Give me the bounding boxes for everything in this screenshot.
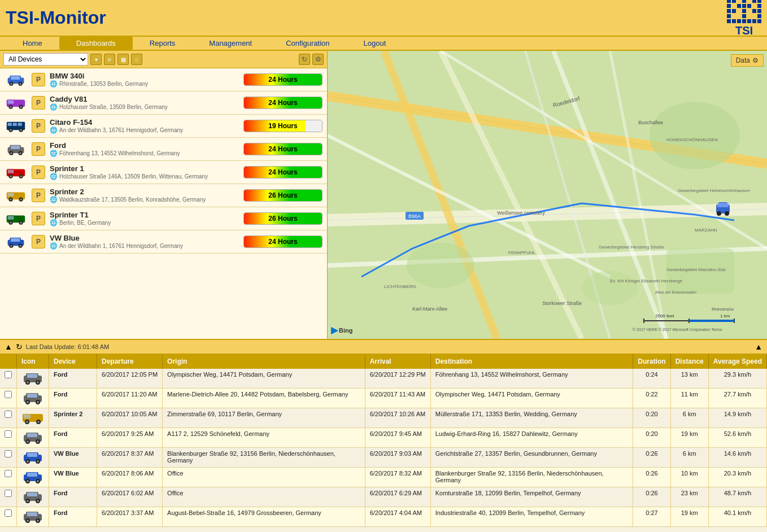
table-row[interactable]: Sprinter 2 6/20/2017 10:05 AM Zimmerstra… <box>0 408 767 428</box>
parking-button[interactable]: P <box>32 189 45 202</box>
row-checkbox[interactable] <box>5 470 12 477</box>
hours-bar[interactable]: 26 Hours <box>243 212 323 225</box>
svg-text:HOHENSCHÖNHAUSEN: HOHENSCHÖNHAUSEN <box>666 137 718 142</box>
hours-bar[interactable]: 24 Hours <box>243 97 323 109</box>
scroll-top-btn[interactable]: ▲ <box>755 342 762 351</box>
parking-button[interactable]: P <box>32 119 45 133</box>
vehicle-name: Caddy V81 <box>50 95 239 103</box>
hours-label: 26 Hours <box>268 191 297 199</box>
row-departure: 6/20/2017 8:06 AM <box>97 468 163 487</box>
vehicle-row[interactable]: P BMW 340i 🌐 Rhinstraße, 13053 Berlin, G… <box>0 68 327 91</box>
scroll-down-btn[interactable]: ▲ <box>5 342 12 351</box>
map-svg[interactable]: Roedeldorf Buschallee HOHENSCHÖNHAUSEN G… <box>328 51 767 339</box>
table-row[interactable]: Ford 6/20/2017 11:20 AM Marlene-Dietrich… <box>0 389 767 408</box>
row-icon <box>17 448 49 468</box>
globe-icon: 🌐 <box>50 242 58 250</box>
table-row[interactable]: VW Blue 6/20/2017 8:37 AM Blankenburger … <box>0 448 767 468</box>
row-checkbox[interactable] <box>5 411 12 418</box>
svg-rect-79 <box>717 203 729 207</box>
parking-button[interactable]: P <box>32 142 45 156</box>
row-checkbox[interactable] <box>5 509 12 517</box>
table-row[interactable]: Ford 6/20/2017 3:37 AM August-Bebel-Stra… <box>0 507 767 527</box>
row-checkbox[interactable] <box>5 490 12 497</box>
map-gear-icon[interactable]: ⚙ <box>752 56 759 64</box>
parking-button[interactable]: P <box>32 165 45 179</box>
row-avg-speed: 27.7 km/h <box>708 389 766 408</box>
svg-rect-24 <box>11 146 20 149</box>
row-checkbox-cell[interactable] <box>0 507 17 527</box>
hours-bar[interactable]: 24 Hours <box>243 73 323 86</box>
refresh-button[interactable]: ↻ <box>299 54 310 65</box>
vehicle-address: 🌐 An der Wildbahn 1, 16761 Hennigsdorf, … <box>50 242 239 250</box>
refresh-bottom-btn[interactable]: ↻ <box>16 342 23 351</box>
nav-management[interactable]: Management <box>192 37 269 50</box>
nav-home[interactable]: Home <box>6 37 59 50</box>
hours-bar[interactable]: 24 Hours <box>243 166 323 178</box>
hours-bar[interactable]: 24 Hours <box>243 143 323 155</box>
dropdown-btn[interactable]: ▾ <box>90 54 102 65</box>
row-icon <box>17 507 49 527</box>
vehicle-row[interactable]: P Caddy V81 🌐 Holzhauser Straße, 13509 B… <box>0 91 327 115</box>
vehicle-address: 🌐 Holzhauser Straße, 13509 Berlin, Germa… <box>50 103 239 111</box>
nav-configuration[interactable]: Configuration <box>269 37 346 50</box>
settings-button[interactable]: ⚙ <box>312 54 324 65</box>
parking-button[interactable]: P <box>32 212 45 225</box>
row-distance: 10 km <box>670 468 708 487</box>
nav-logout[interactable]: Logout <box>347 37 403 50</box>
device-select[interactable]: All Devices <box>3 53 88 66</box>
hours-label: 24 Hours <box>268 76 297 84</box>
nav-dashboards[interactable]: Dashboards <box>59 37 133 50</box>
vehicle-row[interactable]: P Sprinter 2 🌐 Waldkauzstraße 17, 13505 … <box>0 184 327 207</box>
nav-reports[interactable]: Reports <box>133 37 193 50</box>
home-btn[interactable]: ⌂ <box>131 54 142 65</box>
svg-text:B96A: B96A <box>408 213 421 219</box>
svg-point-78 <box>725 211 729 216</box>
vehicle-row[interactable]: P Ford 🌐 Föhrenhang 13, 14552 Wilhelmsho… <box>0 138 327 161</box>
svg-point-124 <box>26 421 28 423</box>
svg-point-41 <box>10 198 12 200</box>
vehicle-icon <box>5 164 27 180</box>
vehicle-row[interactable]: P Sprinter 1 🌐 Holzhauser Straße 146A, 1… <box>0 161 327 184</box>
row-checkbox[interactable] <box>5 371 12 378</box>
table-row[interactable]: VW Blue 6/20/2017 8:06 AM Office 6/20/20… <box>0 468 767 487</box>
hours-bar[interactable]: 24 Hours <box>243 236 323 248</box>
row-destination: Gerichtstraße 27, 13357 Berlin, Gesundbr… <box>430 448 633 468</box>
row-device: Ford <box>49 507 97 527</box>
table-row[interactable]: Ford 6/20/2017 6:02 AM Office 6/20/2017 … <box>0 487 767 507</box>
hours-bar[interactable]: 26 Hours <box>243 189 323 202</box>
row-checkbox-cell[interactable] <box>0 408 17 428</box>
parking-button[interactable]: P <box>32 96 45 110</box>
list-btn[interactable]: ≡ <box>104 54 115 65</box>
table-container[interactable]: Icon Device Departure Origin Arrival Des… <box>0 354 767 532</box>
svg-rect-142 <box>27 473 37 477</box>
svg-point-42 <box>20 198 22 200</box>
hours-bar[interactable]: 19 Hours <box>243 120 323 132</box>
row-checkbox[interactable] <box>5 430 12 438</box>
hours-label: 24 Hours <box>268 238 297 246</box>
row-checkbox-cell[interactable] <box>0 369 17 389</box>
vehicle-row[interactable]: P Citaro F-154 🌐 An der Wildbahn 3, 1676… <box>0 115 327 138</box>
row-arrival: 6/20/2017 11:43 AM <box>365 389 430 408</box>
grid-btn[interactable]: ▦ <box>117 54 129 65</box>
table-row[interactable]: Ford 6/20/2017 9:25 AM A117 2, 12529 Sch… <box>0 428 767 448</box>
row-checkbox-cell[interactable] <box>0 448 17 468</box>
row-distance: 11 km <box>670 389 708 408</box>
svg-point-139 <box>37 460 39 463</box>
parking-button[interactable]: P <box>32 73 45 86</box>
row-checkbox[interactable] <box>5 450 12 457</box>
svg-point-132 <box>37 441 39 443</box>
parking-button[interactable]: P <box>32 235 45 248</box>
vehicle-name: Sprinter 2 <box>50 187 239 196</box>
vehicle-row[interactable]: P Sprinter T1 🌐 Berlin, BE, Germany 26 H… <box>0 207 327 230</box>
row-distance: 6 km <box>670 408 708 428</box>
svg-text:Gewerbegebiet Hohenschönhausen: Gewerbegebiet Hohenschönhausen <box>678 188 750 193</box>
vehicle-row[interactable]: P VW Blue 🌐 An der Wildbahn 1, 16761 Hen… <box>0 230 327 254</box>
svg-rect-149 <box>27 492 37 496</box>
table-row[interactable]: Ford 6/20/2017 12:05 PM Olympischer Weg,… <box>0 369 767 389</box>
row-avg-speed: 20.3 km/h <box>708 468 766 487</box>
row-checkbox-cell[interactable] <box>0 468 17 487</box>
row-checkbox-cell[interactable] <box>0 487 17 507</box>
row-checkbox[interactable] <box>5 391 12 398</box>
row-checkbox-cell[interactable] <box>0 428 17 448</box>
row-checkbox-cell[interactable] <box>0 389 17 408</box>
